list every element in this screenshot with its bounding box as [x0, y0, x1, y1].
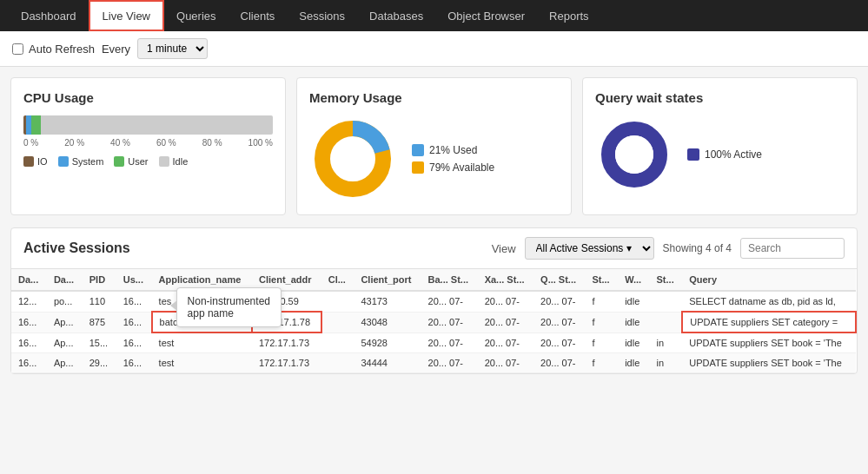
- cell-w: idle: [618, 312, 649, 332]
- table-row: 16... Ap... 875 16... batchUpdate 172.17…: [11, 312, 856, 332]
- memory-title: Memory Usage: [309, 90, 559, 105]
- table-row: 12... po... 110 16... tes Non-instrument…: [11, 291, 856, 312]
- nav-objectbrowser[interactable]: Object Browser: [435, 0, 537, 31]
- cell-cl: [321, 353, 354, 373]
- col-cl: Cl...: [321, 269, 354, 291]
- interval-select[interactable]: 1 minute: [137, 38, 208, 59]
- col-query: Query: [682, 269, 856, 291]
- main-content: CPU Usage 0 % 20 % 40 % 60 % 80 % 100 %: [0, 67, 868, 385]
- autorefresh-checkbox-container: Auto Refresh: [12, 43, 95, 56]
- legend-system-dot: [58, 156, 69, 167]
- col-xa: Xa... St...: [478, 269, 533, 291]
- memory-available-dot: [412, 161, 424, 174]
- qws-legend: 100% Active: [687, 148, 762, 161]
- memory-available-legend: 79% Available: [412, 161, 494, 174]
- qws-active-dot: [687, 148, 699, 161]
- cpu-idle-segment: [41, 115, 273, 135]
- toolbar: Auto Refresh Every 1 minute: [0, 31, 868, 67]
- col-da1: Da...: [11, 269, 47, 291]
- nav-liveview[interactable]: Live View: [89, 0, 164, 31]
- sessions-title: Active Sessions: [23, 240, 483, 256]
- cell-st1: f: [585, 332, 618, 353]
- cell-clientport: 43173: [354, 291, 421, 312]
- cell-clientaddr: 172.17.1.73: [252, 353, 321, 373]
- cell-st2: in: [650, 353, 683, 373]
- cpu-axis: 0 % 20 % 40 % 60 % 80 % 100 %: [23, 138, 273, 148]
- cell-xa: 20... 07-: [478, 353, 533, 373]
- autorefresh-checkbox[interactable]: [12, 43, 23, 55]
- svg-point-2: [331, 137, 374, 181]
- cell-xa: 20... 07-: [478, 312, 533, 332]
- cell-query: UPDATE suppliers SET category =: [682, 312, 856, 332]
- cell-ba: 20... 07-: [421, 312, 478, 332]
- cell-st2: [650, 291, 683, 312]
- qws-donut-chart: [595, 115, 673, 194]
- nav-clients[interactable]: Clients: [229, 0, 288, 31]
- nav-databases[interactable]: Databases: [357, 0, 435, 31]
- cell-us: 16...: [116, 332, 152, 353]
- cell-query: SELECT datname as db, pid as ld,: [682, 291, 856, 312]
- cell-st1: f: [585, 291, 618, 312]
- cell-da2: Ap...: [47, 312, 83, 332]
- top-nav: Dashboard Live View Queries Clients Sess…: [0, 0, 868, 31]
- sessions-header: Active Sessions View All Active Sessions…: [11, 228, 857, 269]
- memory-legend: 21% Used 79% Available: [412, 144, 494, 174]
- cell-pid: 15...: [83, 332, 116, 353]
- cell-appname: test: [152, 332, 252, 353]
- cell-ba: 20... 07-: [421, 332, 478, 353]
- cell-xa: 20... 07-: [478, 332, 533, 353]
- cell-da1: 12...: [11, 291, 47, 312]
- nav-reports[interactable]: Reports: [537, 0, 601, 31]
- cell-xa: 20... 07-: [478, 291, 533, 312]
- tooltip-container: tes Non-instrumentedapp name: [159, 296, 172, 306]
- sessions-view-select[interactable]: All Active Sessions ▾: [525, 237, 654, 260]
- memory-used-legend: 21% Used: [412, 144, 494, 156]
- legend-user: User: [114, 156, 148, 167]
- tooltip-box: Non-instrumentedapp name: [176, 287, 282, 327]
- cell-us: 16...: [116, 353, 152, 373]
- legend-io: IO: [23, 156, 48, 167]
- cell-clientport: 34444: [354, 353, 421, 373]
- col-clientport: Client_port: [354, 269, 421, 291]
- col-w: W...: [618, 269, 649, 291]
- cpu-title: CPU Usage: [23, 90, 273, 105]
- qws-donut-container: 100% Active: [595, 115, 845, 194]
- view-label: View: [492, 242, 516, 255]
- cell-ba: 20... 07-: [421, 291, 478, 312]
- col-q: Q... St...: [533, 269, 585, 291]
- showing-text: Showing 4 of 4: [663, 242, 732, 254]
- cell-query: UPDATE suppliers SET book = 'The: [682, 332, 856, 353]
- cell-cl: [321, 332, 354, 353]
- every-label: Every: [102, 43, 130, 56]
- cell-w: idle: [618, 291, 649, 312]
- col-ba: Ba... St...: [421, 269, 478, 291]
- cell-pid: 110: [83, 291, 116, 312]
- tooltip-arrow: [170, 300, 177, 311]
- cell-us: 16...: [116, 312, 152, 332]
- cell-cl: [321, 312, 354, 332]
- cpu-card: CPU Usage 0 % 20 % 40 % 60 % 80 % 100 %: [10, 77, 286, 215]
- cell-st1: f: [585, 312, 618, 332]
- sessions-table-body: 12... po... 110 16... tes Non-instrument…: [11, 291, 856, 373]
- cpu-legend: IO System User Idle: [23, 156, 273, 167]
- cards-row: CPU Usage 0 % 20 % 40 % 60 % 80 % 100 %: [10, 77, 858, 215]
- cell-st1: f: [585, 353, 618, 373]
- nav-dashboard[interactable]: Dashboard: [9, 0, 89, 31]
- sessions-table: Da... Da... PID Us... Application_name C…: [11, 269, 857, 373]
- cell-da1: 16...: [11, 332, 47, 353]
- autorefresh-label: Auto Refresh: [29, 43, 95, 56]
- qws-title: Query wait states: [595, 90, 845, 105]
- cell-cl: [321, 291, 354, 312]
- svg-point-4: [615, 135, 653, 174]
- sessions-search-input[interactable]: [740, 238, 845, 259]
- cell-query: UPDATE suppliers SET book = 'The: [682, 353, 856, 373]
- nav-queries[interactable]: Queries: [164, 0, 229, 31]
- table-header-row: Da... Da... PID Us... Application_name C…: [11, 269, 856, 291]
- cell-q: 20... 07-: [533, 312, 585, 332]
- cell-da2: Ap...: [47, 332, 83, 353]
- qws-card: Query wait states 100% Active: [582, 77, 858, 215]
- nav-sessions[interactable]: Sessions: [287, 0, 357, 31]
- cell-pid: 875: [83, 312, 116, 332]
- memory-donut-container: 21% Used 79% Available: [309, 115, 559, 202]
- legend-io-dot: [23, 156, 34, 167]
